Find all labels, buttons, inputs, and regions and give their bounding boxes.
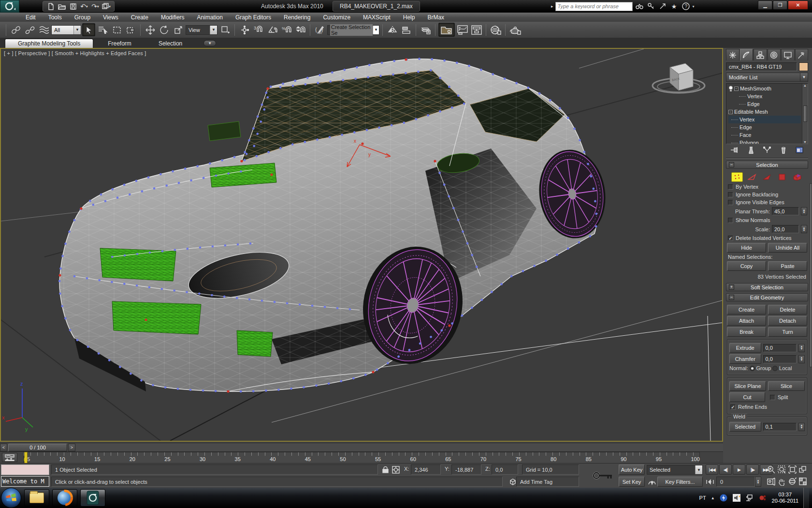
previous-frame-button[interactable]: ◀|| — [719, 464, 732, 475]
helper-cube-object[interactable]: BACK — [652, 63, 705, 93]
expand-icon[interactable]: − — [734, 87, 739, 91]
make-unique-icon[interactable] — [761, 145, 773, 155]
planar-thresh-spinner[interactable]: ▲▼ — [801, 207, 807, 215]
open-file-button[interactable] — [57, 2, 67, 11]
rectangular-selection-region-icon[interactable] — [110, 23, 123, 36]
add-time-tag[interactable]: Add Time Tag — [516, 477, 579, 487]
mirror-icon[interactable] — [386, 23, 399, 36]
bulb-icon[interactable] — [728, 86, 733, 92]
chamfer-button[interactable]: Chamfer — [729, 354, 761, 364]
frame-spinner[interactable]: ▲▼ — [755, 477, 761, 487]
field-of-view-icon[interactable] — [766, 477, 776, 487]
create-button[interactable]: Create — [727, 305, 766, 314]
detach-button[interactable]: Detach — [768, 316, 807, 326]
start-button[interactable] — [1, 488, 21, 508]
show-end-result-icon[interactable] — [745, 145, 757, 155]
next-frame-button[interactable]: ||▶ — [746, 464, 759, 475]
current-frame-field[interactable]: 0 — [716, 477, 755, 487]
menu-item[interactable]: Views — [97, 13, 125, 22]
schematic-view-icon[interactable] — [470, 23, 483, 36]
by-vertex-checkbox[interactable]: By Vertex — [728, 184, 806, 190]
delete-button[interactable]: Delete — [768, 305, 807, 314]
menu-item[interactable]: Group — [68, 13, 97, 22]
select-and-move-icon[interactable] — [144, 23, 157, 36]
modifier-stack[interactable]: − MeshSmooth Vertex Edge −Editable Mesh … — [726, 83, 808, 144]
stack-item-editable-mesh[interactable]: −Editable Mesh — [728, 108, 801, 116]
zoom-all-icon[interactable] — [776, 464, 787, 475]
tab-hierarchy-icon[interactable] — [754, 49, 767, 60]
open-mini-curve-editor-button[interactable] — [2, 453, 17, 462]
communication-center-icon[interactable] — [658, 1, 667, 11]
auto-key-button[interactable]: Auto Key — [619, 464, 645, 475]
select-and-scale-icon[interactable] — [172, 23, 185, 36]
y-coord-field[interactable]: -18,887 — [451, 464, 481, 475]
configure-modifier-sets-icon[interactable] — [794, 145, 805, 155]
extrude-spinner[interactable]: ▲▼ — [798, 344, 805, 352]
go-to-start-button[interactable]: |◀◀ — [706, 464, 718, 475]
search-binoculars-icon[interactable] — [635, 1, 644, 11]
menu-item[interactable]: BrMax — [421, 13, 450, 22]
graphite-modeling-tools-toggle[interactable] — [438, 23, 455, 37]
bind-to-space-warp-icon[interactable] — [37, 23, 50, 36]
tab-selection[interactable]: Selection — [146, 39, 195, 48]
tab-graphite-modeling-tools[interactable]: Graphite Modeling Tools — [5, 39, 93, 48]
align-icon[interactable] — [400, 23, 413, 36]
zoom-icon[interactable] — [766, 464, 776, 475]
project-folder-button[interactable]: ▾ — [102, 2, 111, 11]
set-key-button[interactable]: Set Key — [619, 477, 645, 487]
key-mode-dropdown[interactable]: Selected▼ — [647, 465, 703, 475]
cut-button[interactable]: Cut — [729, 392, 765, 402]
tray-network-icon[interactable] — [746, 494, 754, 502]
command-panel-scrollbar[interactable] — [810, 183, 812, 367]
redo-button[interactable]: ↷▾ — [90, 2, 100, 11]
snaps-toggle-3d-icon[interactable]: 3 — [252, 23, 265, 36]
turn-button[interactable]: Turn — [768, 327, 807, 337]
angle-snap-toggle-icon[interactable] — [266, 23, 279, 36]
play-button[interactable]: ▶ — [733, 464, 745, 475]
delete-isolated-vertices-checkbox[interactable]: ✓Delete Isolated Vertices — [728, 235, 806, 241]
tab-utilities-icon[interactable] — [795, 49, 809, 60]
break-button[interactable]: Break — [727, 327, 766, 337]
viewport-label[interactable]: [ + ] [ Perspective ] [ Smooth + Highlig… — [4, 50, 146, 56]
help-icon[interactable]: ? — [681, 1, 691, 11]
viewport-canvas[interactable]: x y BACK z x y — [1, 49, 722, 441]
subscription-key-icon[interactable] — [646, 1, 656, 11]
x-coord-field[interactable]: 2,346 — [411, 464, 441, 475]
edge-subobject-icon[interactable] — [746, 172, 758, 182]
menu-item[interactable]: MAXScript — [357, 13, 397, 22]
polygon-subobject-icon[interactable] — [776, 172, 788, 182]
track-bar[interactable]: 5101520253035404550556065707580859095100… — [0, 451, 723, 463]
save-file-button[interactable] — [68, 2, 78, 11]
scale-spinner[interactable]: ▲▼ — [801, 225, 807, 233]
menu-item[interactable]: Edit — [19, 13, 42, 22]
time-slider-handle[interactable]: 0 / 100 — [8, 444, 67, 451]
show-normals-checkbox[interactable]: Show Normals — [728, 217, 806, 223]
perspective-viewport[interactable]: [ + ] [ Perspective ] [ Smooth + Highlig… — [0, 48, 723, 442]
vertex-subobject-icon[interactable] — [731, 172, 743, 182]
named-selection-sets-dropdown[interactable]: Create Selection Se▼ — [327, 25, 379, 35]
ignore-visible-edges-checkbox[interactable]: Ignore Visible Edges — [728, 199, 806, 205]
stack-item[interactable]: Polygon — [728, 139, 801, 144]
ignore-backfacing-checkbox[interactable]: Ignore Backfacing — [728, 192, 806, 197]
layer-manager-icon[interactable] — [419, 23, 432, 36]
zoom-extents-all-icon[interactable] — [798, 464, 808, 475]
select-by-name-icon[interactable] — [96, 23, 109, 36]
split-checkbox[interactable]: Split — [770, 394, 805, 400]
show-hidden-icons[interactable]: ▲ — [711, 496, 715, 500]
menu-item[interactable]: Help — [397, 13, 421, 22]
search-input[interactable] — [555, 2, 633, 11]
pan-hand-icon[interactable] — [776, 477, 787, 487]
spinner-snap-toggle-icon[interactable] — [294, 23, 307, 36]
menu-item[interactable]: Rendering — [277, 13, 317, 22]
menu-item[interactable]: Graph Editors — [229, 13, 277, 22]
help-dropdown-arrow[interactable]: ▾ — [693, 4, 695, 9]
stack-item[interactable]: Edge — [728, 100, 801, 108]
select-object-button[interactable] — [82, 23, 95, 36]
restore-button[interactable]: ❐ — [773, 0, 787, 10]
stack-item[interactable]: Edge — [728, 123, 801, 131]
soft-selection-header[interactable]: +Soft Selection — [726, 283, 808, 291]
minimize-button[interactable]: ▁ — [758, 0, 772, 10]
extrude-button[interactable]: Extrude — [729, 343, 761, 353]
select-and-manipulate-icon[interactable] — [238, 23, 251, 36]
curve-editor-icon[interactable] — [456, 23, 469, 36]
